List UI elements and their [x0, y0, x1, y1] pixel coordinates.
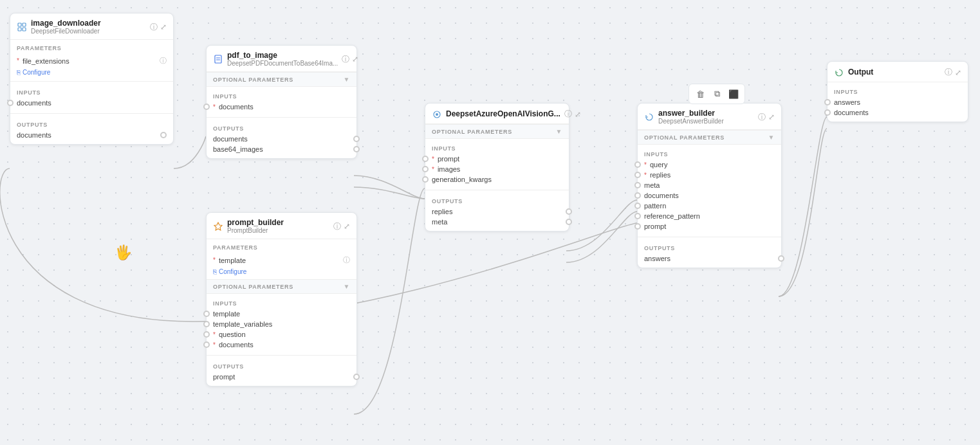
input-gen-kwargs-azure: generation_kwargs	[432, 176, 492, 183]
info-icon-pdf-to-image[interactable]: ⓘ	[342, 54, 349, 65]
canvas[interactable]: image_downloader DeepsetFileDownloader ⓘ…	[0, 0, 980, 445]
port-in-query-answer[interactable]	[634, 161, 641, 168]
configure-link-image-downloader[interactable]: ⎘ Configure	[10, 68, 173, 80]
node-actions-prompt-builder[interactable]: ⓘ ⤢	[333, 221, 350, 232]
port-in-prompt-azure[interactable]	[422, 156, 429, 162]
port-out-prompt-builder[interactable]	[353, 374, 360, 380]
outputs-label-pdf-to-image: Outputs	[207, 123, 356, 134]
port-out-documents-downloader[interactable]	[160, 132, 167, 138]
port-out-meta-azure[interactable]	[566, 219, 572, 225]
port-out-answers-answer[interactable]	[778, 255, 784, 262]
outputs-label-image-downloader: Outputs	[10, 119, 173, 130]
input-pattern-answer: pattern	[644, 202, 666, 210]
delete-button[interactable]: 🗑	[693, 87, 707, 101]
optional-params-label-pdf-to-image: OPTIONAL PARAMETERS	[213, 77, 293, 83]
fit-button[interactable]: ⬛	[726, 87, 741, 101]
node-actions-pdf-to-image[interactable]: ⓘ ⤢	[342, 54, 358, 65]
node-title-group-prompt-builder: prompt_builder PromptBuilder	[227, 218, 329, 235]
input-documents-pdf: documents	[219, 103, 254, 111]
port-in-template-prompt[interactable]	[203, 311, 210, 317]
node-title-deepset-azure: DeepsetAzureOpenAIVisionG...	[446, 109, 560, 118]
node-title-group-answer-builder: answer_builder DeepsetAnswerBuilder	[658, 109, 754, 125]
optional-params-prompt-builder[interactable]: OPTIONAL PARAMETERS ▼	[207, 279, 356, 294]
input-template-prompt: template	[213, 310, 240, 318]
svg-point-9	[436, 113, 438, 116]
expand-icon-image-downloader[interactable]: ⤢	[160, 23, 167, 32]
output-row-base64-pdf: base64_images	[207, 144, 356, 154]
port-in-documents-answer[interactable]	[634, 192, 641, 199]
expand-icon-prompt-builder[interactable]: ⤢	[344, 222, 350, 231]
configure-link-prompt-builder[interactable]: ⎘ Configure	[207, 267, 356, 279]
outputs-label-prompt-builder: Outputs	[207, 361, 356, 372]
port-in-documents-output[interactable]	[824, 109, 831, 116]
output-row-documents-pdf: documents	[207, 134, 356, 144]
expand-icon-pdf-to-image[interactable]: ⤢	[352, 55, 358, 64]
optional-params-label-azure: OPTIONAL PARAMETERS	[432, 129, 512, 135]
port-in-meta-answer[interactable]	[634, 182, 641, 188]
input-prompt-azure: prompt	[438, 155, 459, 163]
info-icon-prompt-builder[interactable]: ⓘ	[333, 221, 341, 232]
params-label-prompt-builder: PARAMETERS	[207, 239, 356, 253]
output-answers-answer: answers	[644, 255, 670, 262]
port-out-documents-pdf[interactable]	[353, 136, 360, 142]
port-out-replies-azure[interactable]	[566, 208, 572, 215]
port-in-documents-downloader[interactable]	[7, 100, 14, 106]
inputs-section-image-downloader: Inputs documents	[10, 83, 173, 112]
port-in-ref-pattern-answer[interactable]	[634, 213, 641, 219]
input-row-pattern-answer: pattern	[638, 201, 781, 211]
port-in-documents-pdf[interactable]	[203, 104, 210, 110]
node-title-answer-builder: answer_builder	[658, 109, 754, 118]
required-star-documents-pdf: *	[213, 104, 216, 111]
node-actions-image-downloader[interactable]: ⓘ ⤢	[150, 22, 167, 33]
node-actions-deepset-azure[interactable]: ⓘ ⤢	[564, 109, 581, 120]
expand-icon-deepset-azure[interactable]: ⤢	[575, 110, 581, 119]
optional-params-label-answer: OPTIONAL PARAMETERS	[644, 134, 725, 141]
output-row-documents-downloader: documents	[10, 130, 173, 140]
port-in-documents-prompt[interactable]	[203, 341, 210, 348]
input-row-prompt-answer: prompt	[638, 221, 781, 232]
info-icon-deepset-azure[interactable]: ⓘ	[564, 109, 572, 120]
node-deepset-azure: DeepsetAzureOpenAIVisionG... ⓘ ⤢ OPTIONA…	[425, 103, 569, 232]
node-prompt-builder: prompt_builder PromptBuilder ⓘ ⤢ PARAMET…	[206, 212, 357, 386]
port-in-answers-output[interactable]	[824, 99, 831, 105]
node-subtitle-image-downloader: DeepsetFileDownloader	[31, 28, 146, 35]
node-title-group-output: Output	[848, 68, 941, 77]
copy-button[interactable]: ⧉	[710, 87, 724, 101]
port-in-pattern-answer[interactable]	[634, 203, 641, 209]
optional-params-label-prompt: OPTIONAL PARAMETERS	[213, 284, 293, 290]
optional-params-answer-builder[interactable]: OPTIONAL PARAMETERS ▼	[638, 130, 781, 145]
port-in-gen-kwargs-azure[interactable]	[422, 176, 429, 183]
optional-params-pdf-to-image[interactable]: OPTIONAL PARAMETERS ▼	[207, 72, 356, 87]
input-images-azure: images	[438, 165, 460, 173]
expand-icon-answer-builder[interactable]: ⤢	[768, 113, 775, 122]
node-actions-answer-builder[interactable]: ⓘ ⤢	[758, 112, 775, 123]
outputs-section-deepset-azure: Outputs replies meta	[425, 192, 569, 231]
outputs-section-answer-builder: Outputs answers	[638, 239, 781, 268]
output-prompt-builder: prompt	[213, 373, 235, 381]
info-icon-output[interactable]: ⓘ	[945, 67, 952, 78]
input-row-question-prompt: * question	[207, 329, 356, 340]
chevron-icon-optional-prompt: ▼	[343, 283, 350, 290]
svg-rect-2	[18, 28, 21, 31]
port-out-base64-pdf[interactable]	[353, 146, 360, 152]
node-icon-answer-builder	[644, 112, 654, 122]
port-in-prompt-answer[interactable]	[634, 223, 641, 230]
port-in-images-azure[interactable]	[422, 166, 429, 172]
input-row-replies-answer: * replies	[638, 170, 781, 180]
param-info-file-extensions[interactable]: ⓘ	[160, 56, 167, 66]
port-in-question-prompt[interactable]	[203, 331, 210, 338]
port-in-replies-answer[interactable]	[634, 172, 641, 178]
required-star-documents-prompt: *	[213, 341, 216, 349]
info-icon-answer-builder[interactable]: ⓘ	[758, 112, 766, 123]
param-info-template[interactable]: ⓘ	[343, 255, 350, 265]
input-row-documents-pdf: * documents	[207, 102, 356, 112]
node-title-group-deepset-azure: DeepsetAzureOpenAIVisionG...	[446, 109, 560, 118]
node-actions-output[interactable]: ⓘ ⤢	[945, 67, 961, 78]
input-documents-prompt: documents	[219, 341, 254, 349]
param-template-prompt: * template ⓘ	[207, 253, 356, 267]
optional-params-deepset-azure[interactable]: OPTIONAL PARAMETERS ▼	[425, 124, 569, 139]
info-icon-image-downloader[interactable]: ⓘ	[150, 22, 158, 33]
port-in-template-vars-prompt[interactable]	[203, 321, 210, 327]
expand-icon-output[interactable]: ⤢	[955, 68, 961, 77]
input-template-vars-prompt: template_variables	[213, 320, 272, 328]
